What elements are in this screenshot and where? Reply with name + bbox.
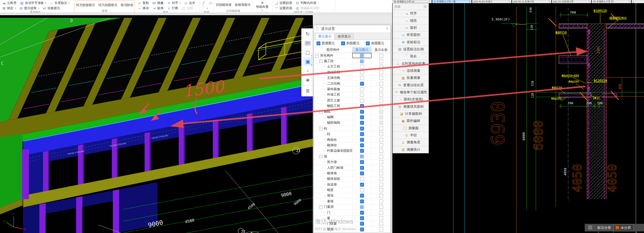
checkbox[interactable] (379, 155, 383, 159)
3d-viewport[interactable]: xyzDC90004580450090009000212122NQ/JQK-27… (0, 15, 313, 233)
measure-tool-查看分段长度[interactable]: ⇆查看分段长度 (393, 82, 429, 89)
checkbox[interactable] (360, 76, 364, 80)
show-element-cell[interactable]: ✓ (352, 115, 372, 120)
show-name-cell[interactable] (372, 182, 390, 187)
drawing-tab[interactable]: 06 东湖第七小学 到✕ (592, 0, 631, 3)
measure-tool-计算侧面积[interactable]: ◪计算侧面积 (393, 110, 429, 117)
collapse-icon[interactable]: − (319, 127, 323, 130)
ribbon-button-转为加固图元[interactable]: 转为加固图元 (98, 3, 117, 7)
tree-item-label[interactable]: −施工段 (314, 59, 352, 63)
ribbon-button-icon[interactable]: ⌒▾ (202, 6, 208, 10)
checkbox[interactable]: ✓ (360, 82, 364, 86)
tree-item-label[interactable]: 基础工程 (314, 70, 352, 75)
show-element-cell[interactable]: ✓ (352, 104, 372, 109)
show-name-cell[interactable] (372, 70, 390, 75)
collapse-icon[interactable]: − (319, 110, 323, 113)
checkbox[interactable] (379, 149, 383, 153)
tree-item-label[interactable]: 砌体柱 (314, 143, 352, 148)
tab-close-icon[interactable]: ✕ (429, 1, 430, 3)
tree-item-label[interactable]: 人防门框墙 (314, 166, 352, 170)
checkbox[interactable] (379, 216, 383, 220)
measure-tool-对齐[interactable]: ↘对齐 (393, 10, 429, 17)
select-box-icon[interactable]: ▫ (303, 66, 313, 75)
3d-model-canvas[interactable]: xyzDC90004580450090009000212122NQ/JQK-27… (0, 15, 313, 233)
show-name-cell[interactable] (372, 210, 390, 215)
show-element-cell[interactable] (352, 154, 372, 159)
tree-item-label[interactable]: 墙垛 (314, 193, 352, 198)
ribbon-button-设置拱墙[interactable]: ◠设置拱墙 (275, 6, 292, 10)
tree-item-label[interactable]: 钢筋工程 (314, 104, 352, 108)
checkbox[interactable]: ✓ (316, 41, 320, 45)
show-name-cell[interactable] (372, 187, 390, 193)
ribbon-button-识别砌体墙[interactable]: 识别砌体墙 (216, 3, 231, 7)
tab-close-icon[interactable]: ✕ (548, 1, 550, 3)
ribbon-button-长度标注[interactable]: ↔长度标注▾ (50, 1, 70, 5)
show-name-cell[interactable] (372, 154, 390, 159)
show-element-cell[interactable] (352, 204, 372, 210)
show-name-cell[interactable] (372, 215, 390, 221)
tree-item-label[interactable]: 主体结构 (314, 76, 352, 80)
show-name-cell[interactable] (372, 159, 390, 165)
ribbon-button-移动[interactable]: +移动 (138, 6, 149, 10)
checkbox[interactable]: ✓ (360, 104, 364, 108)
checkbox[interactable]: ✓ (360, 222, 364, 226)
checkbox[interactable] (379, 87, 383, 91)
ribbon-button-对齐[interactable]: ≡对齐▾ (167, 1, 181, 5)
drawing-tab[interactable]: 05 东湖第七小学 1#✕ (392, 0, 432, 3)
show-name-cell[interactable] (372, 109, 390, 114)
filter-普通图元[interactable]: ✓普通图元 (316, 41, 335, 46)
tree-item-label[interactable]: 土方工程 (314, 64, 352, 69)
show-element-cell[interactable] (352, 98, 372, 103)
checkbox[interactable] (379, 76, 383, 80)
tab-close-icon[interactable]: ✕ (588, 1, 590, 3)
show-name-cell[interactable] (372, 75, 390, 81)
checkbox[interactable]: ✓ (341, 41, 345, 45)
show-element-cell[interactable] (352, 187, 372, 193)
tab-图元显示[interactable]: 图元显示 (315, 33, 334, 40)
tree-item-label[interactable]: 墙洞 (314, 227, 352, 232)
drawing-tab[interactable]: jz01 02 16东湖小学✕ (552, 0, 591, 3)
checkbox[interactable]: ✓ (360, 183, 364, 187)
checkbox[interactable] (379, 110, 383, 114)
checkbox[interactable] (379, 65, 383, 69)
drawing-tab[interactable]: 11 东湖第七小学—墙✕ (432, 0, 472, 3)
ribbon-button-校核墙图元[interactable]: 校核墙图元 (235, 3, 251, 7)
checkbox[interactable] (379, 54, 383, 58)
local-3d-icon[interactable]: ◈ (303, 75, 313, 84)
drawing-tab[interactable]: jz02 45 j50 东湖小✕ (472, 0, 511, 3)
measure-tool-矩形面积[interactable]: ▭矩形面积 (393, 31, 429, 39)
filter-拆除图元[interactable]: ✓拆除图元 (341, 41, 360, 46)
checkbox[interactable]: ✓ (360, 110, 364, 114)
show-name-cell[interactable] (372, 92, 390, 97)
checkbox[interactable]: ✓ (360, 138, 364, 142)
show-name-cell[interactable] (372, 199, 390, 204)
measure-tool-面积[interactable]: ▱面积 (393, 24, 429, 31)
checkbox[interactable] (379, 199, 383, 203)
show-element-cell[interactable]: ✓ (352, 221, 372, 226)
show-element-cell[interactable]: ✓ (352, 120, 372, 126)
show-element-cell[interactable]: ✓ (352, 193, 372, 198)
grid-icon[interactable] (588, 226, 592, 230)
checkbox[interactable] (379, 194, 383, 198)
measure-tool-修改单个标注属性[interactable]: ✎修改单个标注属性 (393, 89, 429, 96)
checkbox[interactable] (379, 99, 383, 102)
measure-tool-测量统计[interactable]: ▥测量统计 (393, 146, 429, 153)
ribbon-button-设置斜墙[interactable]: ◿设置斜墙 (275, 1, 292, 5)
checkbox[interactable] (360, 65, 364, 69)
tree-item-label[interactable]: −门窗洞 (314, 205, 352, 209)
ribbon-button-转换图元[interactable]: ⇄转换图元 (43, 6, 60, 10)
ribbon-button-判断内外墙[interactable]: ⊟判断内外墙 (295, 1, 316, 5)
show-element-cell[interactable]: ✓ (352, 227, 372, 232)
show-name-cell[interactable] (372, 126, 390, 131)
checkbox[interactable] (379, 127, 383, 131)
checkbox[interactable] (379, 71, 383, 74)
measure-tool-设置标注比例[interactable]: ▤设置标注比例 (393, 46, 429, 53)
ribbon-button-锁定[interactable]: ⊠锁定▾ (2, 6, 16, 10)
checkbox[interactable]: ✓ (360, 166, 364, 170)
show-name-cell[interactable] (372, 53, 390, 58)
ribbon-button-自动平齐顶板[interactable]: ▤自动平齐顶板▾ (20, 1, 46, 5)
display-list-icon[interactable]: ≣ (303, 85, 313, 95)
checkbox[interactable] (360, 205, 364, 209)
checkbox[interactable]: ✓ (360, 127, 364, 131)
tree-item-label[interactable]: 砌体墙 (314, 171, 352, 176)
